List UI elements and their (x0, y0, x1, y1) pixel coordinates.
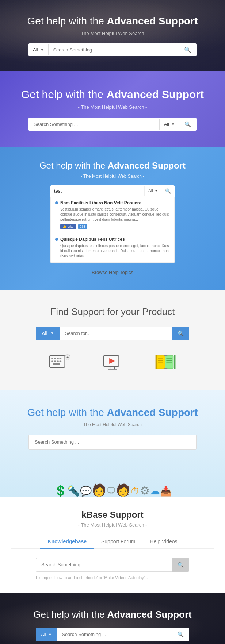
kbase-search-row: 🔍 (36, 558, 189, 572)
tab-knowledgebase[interactable]: Knowledgebase (40, 535, 94, 549)
person2-icon: 🧑 (116, 483, 130, 497)
gear-icon: ⚙ (140, 484, 150, 497)
svg-rect-21 (155, 355, 157, 369)
kbase-title: kBase Support (11, 510, 214, 520)
hero-dark-title: Get help with the Advanced Support (7, 15, 218, 28)
hero-purple-title: Get help with the Advanced Support (11, 87, 214, 101)
svg-rect-22 (174, 355, 175, 369)
search-icon: 🔍 (184, 121, 191, 127)
hero-light-blue-subtitle: - The Most Helpful Web Search - (11, 422, 214, 427)
bullet-icon (55, 238, 58, 241)
kbase-subtitle: - The Most Helpful Web Search - (11, 522, 214, 528)
illustration-strip: 💲 🔦 💬 🧑 🗨 🧑 ⏱ ⚙ ☁ 📥 (11, 460, 214, 497)
cloud-icon: ☁ (150, 485, 160, 497)
find-support-search-input[interactable] (60, 327, 172, 340)
svg-rect-4 (59, 358, 61, 359)
hero-purple-search-input[interactable] (28, 118, 159, 131)
svg-rect-2 (54, 358, 56, 359)
keyboard-icon-item: ✦ (48, 353, 72, 373)
search-input-row: All ▼ 🔍 (50, 185, 175, 197)
hero-purple-search-bar: All ▼ 🔍 (28, 118, 197, 131)
hero-dark-search-button[interactable]: 🔍 (179, 43, 197, 56)
person-icon: 🧑 (92, 483, 106, 497)
dropdown-arrow-icon: ▼ (48, 633, 52, 636)
hero-blue-section: Get help with the Advanced Support - The… (0, 147, 225, 289)
dropdown-item-1-title: Nam Facilisis Libero Non Velit Posuere (55, 200, 170, 205)
hero-light-blue-search-bar (28, 435, 197, 450)
find-support-section: Find Support for your Product All ▼ 🔍 (0, 290, 225, 390)
hero-footer-dark-section: Get help with the Advanced Support All ▼… (0, 593, 225, 644)
search-icon: 🔍 (165, 188, 171, 194)
find-support-search-button[interactable]: 🔍 (172, 327, 189, 340)
dropdown-item-2-title: Quisque Dapibus Felis Ultrices (55, 237, 170, 242)
svg-rect-17 (156, 355, 165, 368)
find-support-category-button[interactable]: All ▼ (36, 327, 60, 340)
dropdown-item-2[interactable]: Quisque Dapibus Felis Ultrices Quisque d… (51, 233, 174, 263)
svg-rect-6 (54, 360, 56, 362)
dropdown-arrow-icon: ▼ (155, 189, 158, 193)
svg-rect-8 (59, 360, 61, 362)
hero-purple-search-button[interactable]: 🔍 (179, 118, 197, 131)
hero-dark-subtitle: - The Most Helpful Web Search - (7, 31, 218, 36)
hero-dark-search-input[interactable] (49, 44, 179, 55)
kbase-section: kBase Support - The Most Helpful Web Sea… (0, 497, 225, 593)
hero-blue-search-button[interactable]: 🔍 (161, 186, 175, 196)
search-with-dropdown: All ▼ 🔍 Nam Facilisis Libero Non Velit P… (50, 185, 175, 263)
kbase-search-button[interactable]: 🔍 (172, 558, 189, 572)
kbase-search-hint: Example: 'How to add a shortcode' or 'Ma… (36, 575, 189, 580)
hero-blue-subtitle: - The Most Helpful Web Search - (11, 174, 214, 179)
keyboard-icon: ✦ (48, 353, 72, 373)
svg-rect-9 (53, 363, 60, 365)
like-button[interactable]: 👍 Like (60, 224, 76, 229)
hero-dark-category-select[interactable]: All ▼ (28, 44, 49, 55)
svg-rect-7 (57, 360, 59, 362)
video-icon-item (101, 353, 125, 373)
hero-light-blue-section: Get help with the Advanced Support - The… (0, 390, 225, 497)
hero-light-blue-search-input[interactable] (29, 435, 196, 449)
hero-footer-search-input[interactable] (57, 628, 172, 641)
find-support-title: Find Support for your Product (11, 306, 214, 317)
lamp-icon: 🔦 (67, 485, 80, 497)
hero-purple-section: Get help with the Advanced Support - The… (0, 71, 225, 147)
hero-blue-category-select[interactable]: All ▼ (144, 186, 161, 196)
bullet-icon (55, 201, 58, 204)
dropdown-item-2-desc: Quisque dapibus felis ultrices posuere e… (55, 243, 170, 259)
like-bar: 👍 Like 263 (55, 224, 170, 229)
search-icon: 🔍 (177, 330, 184, 336)
support-icons-row: ✦ (11, 353, 214, 373)
chat-icon: 💬 (80, 486, 92, 497)
hero-purple-subtitle: - The Most Helpful Web Search - (11, 104, 214, 110)
hero-purple-category-select[interactable]: All ▼ (160, 119, 179, 130)
dropdown-arrow-icon: ▼ (40, 48, 44, 52)
svg-rect-5 (51, 360, 53, 362)
dropdown-arrow-icon: ▼ (171, 122, 175, 126)
tab-support-forum[interactable]: Support Forum (94, 535, 142, 549)
search-icon: 🔍 (184, 47, 191, 53)
hero-dark-section: Get help with the Advanced Support - The… (0, 0, 225, 71)
svg-rect-18 (165, 355, 173, 368)
tab-help-videos[interactable]: Help Videos (142, 535, 184, 549)
kbase-tabs-row: Knowledgebase Support Forum Help Videos (11, 535, 214, 549)
hero-light-blue-title: Get help with the Advanced Support (11, 406, 214, 419)
hero-footer-category-select[interactable]: All ▼ (36, 628, 57, 641)
book-icon (154, 353, 178, 373)
clock-icon: ⏱ (130, 486, 140, 497)
hero-blue-search-input[interactable] (50, 185, 144, 197)
dropdown-item-1[interactable]: Nam Facilisis Libero Non Velit Posuere V… (51, 197, 174, 233)
browse-help-link[interactable]: Browse Help Topics (11, 270, 214, 275)
hero-footer-search-bar: All ▼ 🔍 (36, 628, 189, 641)
search-icon: 🔍 (178, 562, 184, 568)
hero-footer-search-button[interactable]: 🔍 (172, 628, 189, 641)
svg-rect-1 (51, 358, 53, 359)
find-support-search-bar: All ▼ 🔍 (36, 327, 189, 340)
dropdown-arrow-icon: ▼ (50, 331, 54, 335)
speech-icon: 🗨 (106, 486, 116, 497)
search-icon: 🔍 (177, 631, 184, 637)
dropdown-item-1-desc: Vestibulum semper ornare lectus, at temp… (55, 207, 170, 222)
dollar-icon: 💲 (54, 484, 67, 497)
hero-blue-title: Get help with the Advanced Support (11, 160, 214, 171)
book-icon-item (154, 353, 178, 373)
kbase-search-input[interactable] (36, 558, 172, 572)
hero-dark-search-bar: All ▼ 🔍 (28, 43, 197, 56)
svg-text:✦: ✦ (66, 355, 69, 359)
